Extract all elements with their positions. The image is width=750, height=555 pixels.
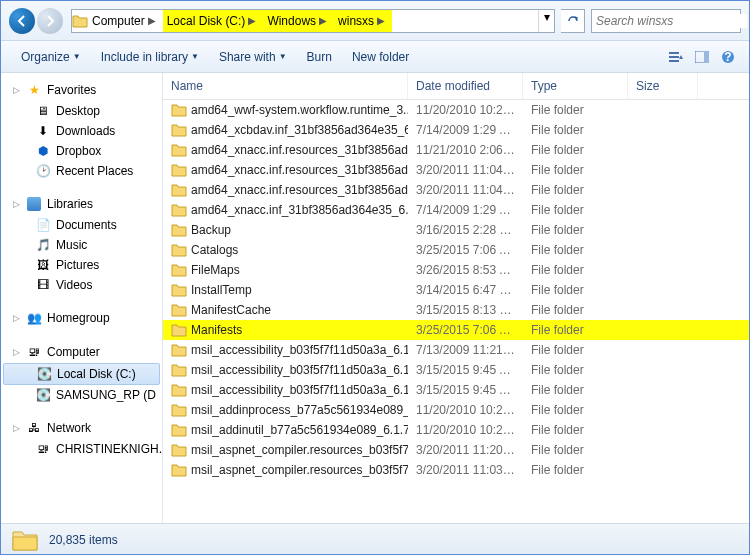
include-library-button[interactable]: Include in library▼ <box>91 46 209 68</box>
cell-name: amd64_wwf-system.workflow.runtime_3... <box>163 101 408 119</box>
sidebar-item-dropbox[interactable]: ⬢Dropbox <box>1 141 162 161</box>
table-row[interactable]: msil_accessibility_b03f5f7f11d50a3a_6.1.… <box>163 340 749 360</box>
folder-icon <box>171 202 187 218</box>
breadcrumb-local-disk[interactable]: Local Disk (C:)▶ <box>163 10 264 32</box>
star-icon: ★ <box>26 82 42 98</box>
cell-date: 11/21/2010 2:06 AM <box>408 142 523 158</box>
table-row[interactable]: msil_aspnet_compiler.resources_b03f5f7f.… <box>163 440 749 460</box>
computer-icon: 🖳 <box>26 344 42 360</box>
sidebar-item-network-pc[interactable]: 🖳CHRISTINEKNIGH... <box>1 439 162 459</box>
svg-rect-5 <box>704 51 709 63</box>
address-dropdown[interactable]: ▾ <box>538 10 554 32</box>
column-header-date[interactable]: Date modified <box>408 73 523 99</box>
cell-date: 3/15/2015 8:13 PM <box>408 302 523 318</box>
table-row[interactable]: msil_accessibility_b03f5f7f11d50a3a_6.1.… <box>163 380 749 400</box>
new-folder-button[interactable]: New folder <box>342 46 419 68</box>
cell-date: 11/20/2010 10:25 ... <box>408 102 523 118</box>
sidebar-favorites[interactable]: ▷★Favorites <box>1 79 162 101</box>
back-button[interactable] <box>9 8 35 34</box>
collapse-icon: ▷ <box>13 423 21 433</box>
table-row[interactable]: InstallTemp3/14/2015 6:47 PMFile folder <box>163 280 749 300</box>
sidebar-item-desktop[interactable]: 🖥Desktop <box>1 101 162 121</box>
column-header-size[interactable]: Size <box>628 73 698 99</box>
sidebar-item-samsung[interactable]: 💽SAMSUNG_RP (D <box>1 385 162 405</box>
column-header-type[interactable]: Type <box>523 73 628 99</box>
breadcrumb-computer[interactable]: Computer▶ <box>88 10 163 32</box>
table-row[interactable]: amd64_xnacc.inf.resources_31bf3856ad3...… <box>163 140 749 160</box>
column-headers: Name Date modified Type Size <box>163 73 749 100</box>
cell-type: File folder <box>523 302 628 318</box>
table-row[interactable]: Backup3/16/2015 2:28 PMFile folder <box>163 220 749 240</box>
folder-icon <box>171 222 187 238</box>
svg-rect-3 <box>669 60 679 62</box>
table-row[interactable]: msil_addinprocess_b77a5c561934e089_6....… <box>163 400 749 420</box>
label: SAMSUNG_RP (D <box>56 388 156 402</box>
sidebar-item-videos[interactable]: 🎞Videos <box>1 275 162 295</box>
sidebar-item-downloads[interactable]: ⬇Downloads <box>1 121 162 141</box>
table-row[interactable]: amd64_xnacc.inf_31bf3856ad364e35_6.1....… <box>163 200 749 220</box>
table-row[interactable]: amd64_wwf-system.workflow.runtime_3...11… <box>163 100 749 120</box>
search-box[interactable] <box>591 9 741 33</box>
chevron-down-icon: ▼ <box>73 52 81 61</box>
table-row[interactable]: ManifestCache3/15/2015 8:13 PMFile folde… <box>163 300 749 320</box>
help-button[interactable]: ? <box>717 47 739 67</box>
breadcrumb-winsxs[interactable]: winsxs▶ <box>334 10 392 32</box>
address-bar[interactable]: Computer▶ Local Disk (C:)▶ Windows▶ wins… <box>71 9 555 33</box>
sidebar-item-recent[interactable]: 🕑Recent Places <box>1 161 162 181</box>
videos-icon: 🎞 <box>35 277 51 293</box>
breadcrumb-label: Local Disk (C:) <box>167 14 246 28</box>
forward-button[interactable] <box>37 8 63 34</box>
cell-date: 3/25/2015 7:06 AM <box>408 322 523 338</box>
burn-button[interactable]: Burn <box>297 46 342 68</box>
sidebar-libraries[interactable]: ▷Libraries <box>1 193 162 215</box>
table-row[interactable]: msil_addinutil_b77a5c561934e089_6.1.760.… <box>163 420 749 440</box>
sidebar-network[interactable]: ▷🖧Network <box>1 417 162 439</box>
folder-icon <box>171 102 187 118</box>
share-with-button[interactable]: Share with▼ <box>209 46 297 68</box>
column-header-name[interactable]: Name <box>163 73 408 99</box>
label: Recent Places <box>56 164 133 178</box>
drive-icon: 💽 <box>35 387 51 403</box>
table-row[interactable]: FileMaps3/26/2015 8:53 AMFile folder <box>163 260 749 280</box>
view-options-button[interactable] <box>665 47 687 67</box>
cell-name: Catalogs <box>163 241 408 259</box>
table-row[interactable]: Catalogs3/25/2015 7:06 AMFile folder <box>163 240 749 260</box>
table-row[interactable]: msil_accessibility_b03f5f7f11d50a3a_6.1.… <box>163 360 749 380</box>
sidebar-computer[interactable]: ▷🖳Computer <box>1 341 162 363</box>
sidebar-item-local-disk[interactable]: 💽Local Disk (C:) <box>3 363 160 385</box>
collapse-icon: ▷ <box>13 347 21 357</box>
cell-name: msil_accessibility_b03f5f7f11d50a3a_6.1.… <box>163 341 408 359</box>
folder-icon <box>171 122 187 138</box>
sidebar-item-documents[interactable]: 📄Documents <box>1 215 162 235</box>
cell-date: 11/20/2010 10:25 ... <box>408 402 523 418</box>
folder-icon <box>171 262 187 278</box>
table-row[interactable]: amd64_xnacc.inf.resources_31bf3856ad3...… <box>163 160 749 180</box>
table-row[interactable]: Manifests3/25/2015 7:06 AMFile folder <box>163 320 749 340</box>
organize-button[interactable]: Organize▼ <box>11 46 91 68</box>
svg-text:?: ? <box>724 50 731 64</box>
cell-name: amd64_xnacc.inf.resources_31bf3856ad3... <box>163 161 408 179</box>
sidebar-item-music[interactable]: 🎵Music <box>1 235 162 255</box>
cell-date: 7/13/2009 11:21 PM <box>408 342 523 358</box>
cell-name: msil_aspnet_compiler.resources_b03f5f7f.… <box>163 441 408 459</box>
preview-pane-button[interactable] <box>691 47 713 67</box>
table-row[interactable]: amd64_xcbdav.inf_31bf3856ad364e35_6.1...… <box>163 120 749 140</box>
sidebar-item-pictures[interactable]: 🖼Pictures <box>1 255 162 275</box>
cell-type: File folder <box>523 382 628 398</box>
label: Burn <box>307 50 332 64</box>
label: Dropbox <box>56 144 101 158</box>
breadcrumb-windows[interactable]: Windows▶ <box>263 10 334 32</box>
label: Local Disk (C:) <box>57 367 136 381</box>
cell-type: File folder <box>523 322 628 338</box>
svg-rect-1 <box>669 52 679 54</box>
folder-icon <box>171 442 187 458</box>
cell-name: amd64_xnacc.inf_31bf3856ad364e35_6.1.... <box>163 201 408 219</box>
refresh-button[interactable] <box>561 9 585 33</box>
computer-icon: 🖳 <box>35 441 51 457</box>
table-row[interactable]: amd64_xnacc.inf.resources_31bf3856ad3...… <box>163 180 749 200</box>
desktop-icon: 🖥 <box>35 103 51 119</box>
sidebar-homegroup[interactable]: ▷👥Homegroup <box>1 307 162 329</box>
search-input[interactable] <box>596 14 747 28</box>
table-row[interactable]: msil_aspnet_compiler.resources_b03f5f7f.… <box>163 460 749 480</box>
collapse-icon: ▷ <box>13 313 21 323</box>
